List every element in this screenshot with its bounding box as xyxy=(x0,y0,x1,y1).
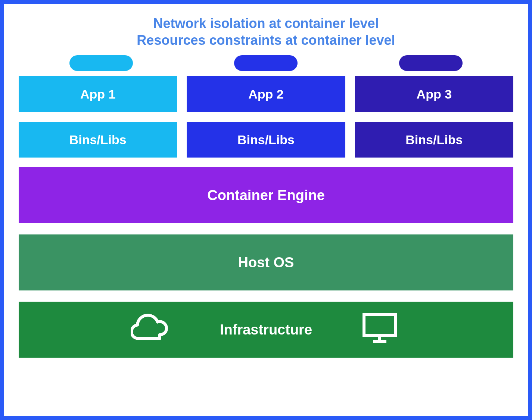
bins-label-2: Bins/Libs xyxy=(237,133,295,147)
infrastructure-label: Infrastructure xyxy=(220,322,312,338)
cloud-icon xyxy=(131,314,168,346)
container-engine-label: Container Engine xyxy=(207,187,325,203)
container-pill-2 xyxy=(234,55,298,71)
bins-label-3: Bins/Libs xyxy=(405,133,463,147)
bins-box-2: Bins/Libs xyxy=(187,122,345,158)
app-box-1: App 1 xyxy=(19,76,177,112)
bins-box-1: Bins/Libs xyxy=(19,122,177,158)
diagram-header: Network isolation at container level Res… xyxy=(19,15,513,49)
bins-row: Bins/Libs Bins/Libs Bins/Libs xyxy=(19,122,513,158)
header-line-2: Resources constraints at container level xyxy=(19,32,513,49)
host-os-label: Host OS xyxy=(238,255,294,271)
bins-box-3: Bins/Libs xyxy=(355,122,513,158)
container-pill-3 xyxy=(399,55,463,71)
container-pill-1 xyxy=(69,55,133,71)
app-label-2: App 2 xyxy=(248,87,283,102)
app-box-3: App 3 xyxy=(355,76,513,112)
bins-label-1: Bins/Libs xyxy=(69,133,127,147)
svg-rect-0 xyxy=(364,315,395,336)
app-row: App 1 App 2 App 3 xyxy=(19,76,513,112)
monitor-icon xyxy=(362,312,398,347)
container-engine-layer: Container Engine xyxy=(19,167,513,223)
infrastructure-layer: Infrastructure xyxy=(19,302,513,358)
app-box-2: App 2 xyxy=(187,76,345,112)
diagram-frame: Network isolation at container level Res… xyxy=(0,0,532,420)
header-line-1: Network isolation at container level xyxy=(19,15,513,32)
host-os-layer: Host OS xyxy=(19,234,513,290)
container-pills-row xyxy=(19,55,513,71)
app-label-1: App 1 xyxy=(80,87,115,102)
app-label-3: App 3 xyxy=(417,87,452,102)
